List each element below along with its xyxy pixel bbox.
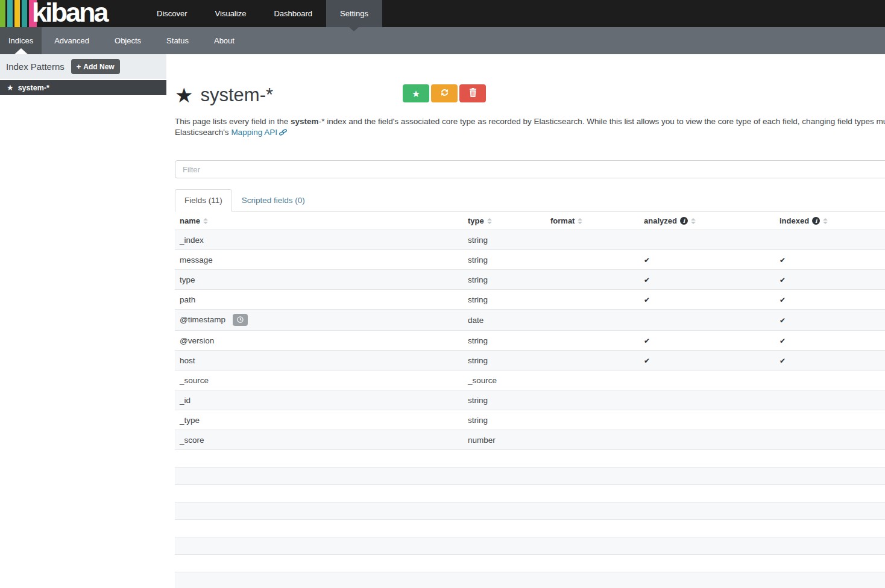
description-index-suffix: -*: [319, 117, 325, 126]
sidebar-header: Index Patterns + Add New: [0, 54, 166, 79]
column-label: name: [180, 216, 200, 225]
fields-tabs: Fields (11) Scripted fields (0): [175, 189, 885, 212]
empty-table-row: [175, 520, 885, 537]
column-header-name[interactable]: name: [175, 212, 463, 230]
sort-icon: [578, 218, 582, 224]
empty-cell: [175, 537, 885, 555]
field-indexed-cell: [775, 230, 885, 250]
filter-input[interactable]: [175, 160, 885, 178]
field-indexed-cell: [775, 371, 885, 390]
set-default-index-button[interactable]: ★: [403, 84, 429, 102]
table-row: messagestring✔✔: [175, 250, 885, 270]
logo-bar: [0, 0, 5, 27]
field-format-cell: [546, 390, 639, 410]
table-row: _indexstring: [175, 230, 885, 250]
kibana-logo[interactable]: kibana: [0, 0, 143, 27]
field-name: _source: [180, 376, 209, 385]
field-indexed-cell: ✔: [775, 310, 885, 331]
field-name: host: [180, 356, 195, 365]
table-row: @versionstring✔✔: [175, 331, 885, 351]
description-text: This page lists every field in the: [175, 117, 291, 126]
sidebar-item-system-pattern[interactable]: ★ system-*: [0, 80, 166, 95]
column-header-analyzed[interactable]: analyzedi: [639, 212, 775, 230]
table-row: _idstring: [175, 390, 885, 410]
field-name-cell: _type: [175, 410, 463, 430]
star-icon: ★: [7, 84, 14, 92]
mapping-api-link[interactable]: Mapping API: [231, 128, 287, 137]
field-name: message: [180, 255, 213, 264]
subnav-item-objects[interactable]: Objects: [102, 27, 154, 54]
index-pattern-name: system-*: [200, 84, 273, 106]
sidebar-item-label: system-*: [18, 84, 49, 92]
clock-icon: [237, 316, 244, 325]
field-name-cell: @version: [175, 331, 463, 351]
column-header-format[interactable]: format: [546, 212, 639, 230]
indexed-check-icon: ✔: [779, 296, 786, 304]
table-row: _scorenumber: [175, 430, 885, 450]
empty-cell: [175, 572, 885, 588]
table-header-row: name type format analyzedi indexedi: [175, 212, 885, 230]
delete-index-pattern-button[interactable]: [459, 84, 486, 102]
kibana-logo-text: kibana: [32, 0, 107, 27]
nav-item-discover[interactable]: Discover: [143, 0, 201, 27]
column-header-type[interactable]: type: [463, 212, 546, 230]
sort-icon: [203, 218, 208, 224]
field-name-cell: host: [175, 351, 463, 371]
sidebar-title: Index Patterns: [6, 61, 65, 72]
field-name-cell: type: [175, 270, 463, 290]
empty-table-row: [175, 468, 885, 485]
empty-table-row: [175, 502, 885, 520]
empty-cell: [175, 502, 885, 520]
field-analyzed-cell: [639, 230, 775, 250]
add-new-button[interactable]: + Add New: [71, 59, 120, 74]
info-icon: i: [812, 217, 820, 225]
field-name: @version: [180, 336, 214, 345]
field-type-cell: _source: [463, 371, 546, 390]
field-type-cell: string: [463, 331, 546, 351]
field-type-cell: string: [463, 390, 546, 410]
sort-icon: [823, 218, 828, 224]
fields-table: name type format analyzedi indexedi _ind…: [175, 212, 885, 588]
empty-table-row: [175, 537, 885, 555]
field-format-cell: [546, 310, 639, 331]
page-description: This page lists every field in the syste…: [175, 116, 885, 138]
indexed-check-icon: ✔: [779, 337, 786, 345]
field-format-cell: [546, 430, 639, 450]
column-label: type: [468, 216, 484, 225]
field-format-cell: [546, 250, 639, 270]
field-type-cell: string: [463, 410, 546, 430]
star-icon: ★: [412, 89, 420, 98]
analyzed-check-icon: ✔: [644, 276, 650, 284]
column-header-indexed[interactable]: indexedi: [775, 212, 885, 230]
analyzed-check-icon: ✔: [644, 296, 650, 304]
subnav-item-status[interactable]: Status: [154, 27, 201, 54]
nav-item-visualize[interactable]: Visualize: [201, 0, 260, 27]
field-type-cell: string: [463, 230, 546, 250]
tab-fields[interactable]: Fields (11): [175, 189, 232, 212]
nav-item-dashboard[interactable]: Dashboard: [260, 0, 326, 27]
subnav-item-advanced[interactable]: Advanced: [42, 27, 102, 54]
subnav-item-indices[interactable]: Indices: [0, 27, 42, 54]
analyzed-check-icon: ✔: [644, 337, 650, 345]
field-analyzed-cell: ✔: [639, 270, 775, 290]
app-nav-items: Discover Visualize Dashboard Settings: [143, 0, 382, 27]
field-analyzed-cell: [639, 390, 775, 410]
field-indexed-cell: ✔: [775, 290, 885, 310]
field-format-cell: [546, 270, 639, 290]
tab-scripted-fields[interactable]: Scripted fields (0): [232, 189, 315, 212]
time-field-toggle-button[interactable]: [233, 314, 248, 326]
table-row: _typestring: [175, 410, 885, 430]
title-row: ★ system-* ★: [175, 84, 885, 108]
field-format-cell: [546, 351, 639, 371]
field-indexed-cell: ✔: [775, 331, 885, 351]
table-row: _source_source: [175, 371, 885, 390]
subnav-item-about[interactable]: About: [201, 27, 247, 54]
refresh-fields-button[interactable]: [431, 84, 458, 102]
empty-table-row: [175, 450, 885, 468]
empty-cell: [175, 520, 885, 537]
settings-subnav: Indices Advanced Objects Status About: [0, 27, 885, 54]
field-format-cell: [546, 290, 639, 310]
nav-item-settings[interactable]: Settings: [326, 0, 382, 27]
empty-cell: [175, 555, 885, 572]
table-row: pathstring✔✔: [175, 290, 885, 310]
